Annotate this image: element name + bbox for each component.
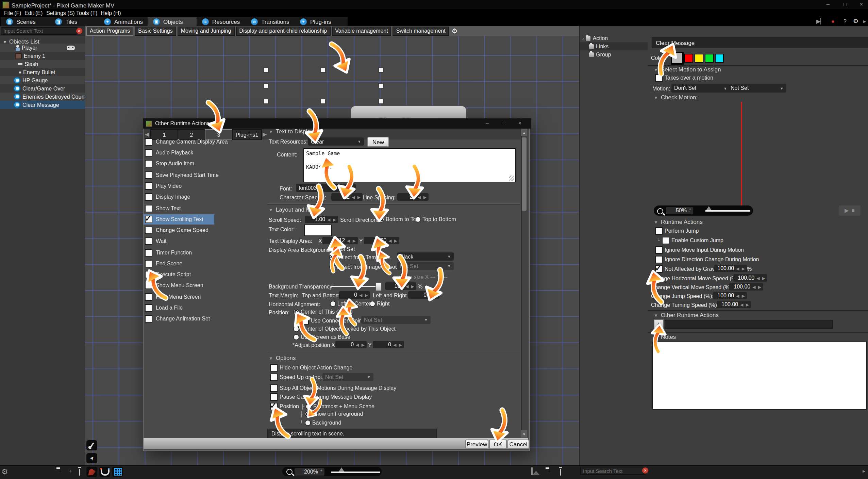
selection-handle[interactable] — [320, 99, 326, 104]
selection-handle[interactable] — [263, 67, 269, 73]
selection-handle[interactable] — [378, 99, 384, 104]
selection-handle[interactable] — [320, 67, 326, 73]
selection-handle[interactable] — [378, 67, 384, 73]
annotation-layer — [0, 0, 868, 479]
selection-handle[interactable] — [263, 83, 269, 88]
selection-handle[interactable] — [263, 99, 269, 104]
app-window: SampleProject* - Pixel Game Maker MV – □… — [0, 0, 868, 479]
selection-handle[interactable] — [378, 83, 384, 88]
